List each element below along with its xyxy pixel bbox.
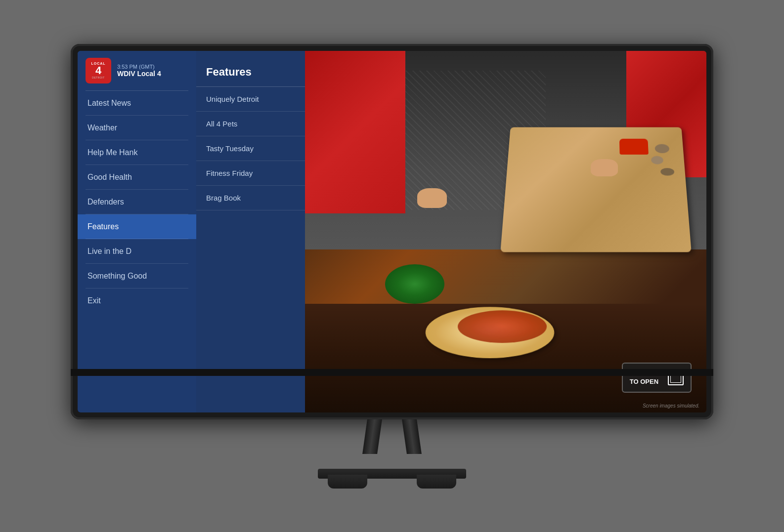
sidebar-item-latest-news[interactable]: Latest News (78, 91, 196, 116)
sidebar-item-weather[interactable]: Weather (78, 116, 196, 140)
hand-right (591, 159, 618, 176)
features-item-uniquely-detroit[interactable]: Uniquely Detroit (196, 87, 305, 112)
tv-screen: LOCAL 4 DETROIT 3:53 PM (GMT) WDIV Local… (78, 51, 706, 412)
cooking-background: PRESS OK TO OPEN (305, 51, 706, 412)
sidebar-item-label: Help Me Hank (87, 148, 137, 157)
features-item-all-4-pets[interactable]: All 4 Pets (196, 112, 305, 136)
sidebar-item-good-health[interactable]: Good Health (78, 165, 196, 190)
logo-sub-text: DETROIT (92, 76, 104, 79)
green-herbs (385, 264, 444, 304)
sidebar-item-label: Live in the D (87, 247, 131, 255)
sidebar-item-label: Defenders (87, 198, 124, 206)
tv-bottom-bar (71, 369, 713, 376)
features-item-brag-book[interactable]: Brag Book (196, 186, 305, 210)
features-panel: Features Uniquely Detroit All 4 Pets Tas… (196, 51, 305, 412)
features-panel-title: Features (196, 61, 305, 87)
sidebar-item-label: Weather (87, 123, 117, 132)
features-item-label: Tasty Tuesday (206, 144, 254, 153)
stand-feet-right (417, 475, 456, 489)
header-station: WDIV Local 4 (117, 70, 161, 78)
sidebar: LOCAL 4 DETROIT 3:53 PM (GMT) WDIV Local… (78, 51, 196, 412)
stand-neck-right (402, 419, 422, 454)
sidebar-header: LOCAL 4 DETROIT 3:53 PM (GMT) WDIV Local… (78, 51, 196, 90)
sidebar-item-label: Features (87, 222, 119, 231)
logo-number: 4 (95, 65, 101, 76)
press-ok-line2: TO OPEN (630, 377, 663, 386)
press-ok-overlay[interactable]: PRESS OK TO OPEN (622, 363, 692, 392)
mushroom-2 (651, 156, 663, 164)
cooking-scene: PRESS OK TO OPEN (305, 51, 706, 412)
sidebar-item-something-good[interactable]: Something Good (78, 264, 196, 288)
header-time: 3:53 PM (GMT) (117, 64, 161, 70)
sidebar-item-help-me-hank[interactable]: Help Me Hank (78, 140, 196, 165)
hand-left (417, 188, 447, 208)
stand-neck-left (362, 419, 382, 454)
station-logo: LOCAL 4 DETROIT (86, 58, 111, 83)
sidebar-item-live-in-d[interactable]: Live in the D (78, 239, 196, 264)
tv-bezel: LOCAL 4 DETROIT 3:53 PM (GMT) WDIV Local… (71, 44, 713, 419)
sidebar-item-features[interactable]: Features (78, 214, 196, 239)
stand-feet-left (328, 475, 367, 489)
header-info: 3:53 PM (GMT) WDIV Local 4 (117, 64, 161, 78)
sidebar-item-exit[interactable]: Exit (78, 288, 196, 313)
features-item-label: Uniquely Detroit (206, 95, 259, 103)
main-content: PRESS OK TO OPEN Screen images simulated… (305, 51, 706, 412)
features-item-fitness-friday[interactable]: Fitness Friday (196, 161, 305, 186)
sidebar-item-label: Exit (87, 296, 101, 305)
sidebar-item-label: Latest News (87, 99, 131, 107)
red-pepper (619, 138, 649, 154)
features-item-label: Brag Book (206, 194, 241, 202)
features-item-label: All 4 Pets (206, 120, 237, 128)
sidebar-item-defenders[interactable]: Defenders (78, 190, 196, 214)
cutting-board (500, 127, 692, 252)
tv-stand (318, 419, 466, 489)
sidebar-item-label: Good Health (87, 173, 132, 181)
sidebar-item-label: Something Good (87, 272, 147, 280)
red-sleeve-left (305, 51, 405, 213)
features-item-tasty-tuesday[interactable]: Tasty Tuesday (196, 136, 305, 161)
mushroom-3 (660, 168, 675, 175)
features-item-label: Fitness Friday (206, 169, 253, 177)
mushroom-1 (655, 144, 670, 153)
tv-outer: LOCAL 4 DETROIT 3:53 PM (GMT) WDIV Local… (71, 44, 713, 489)
watermark-text: Screen images simulated. (643, 403, 699, 409)
